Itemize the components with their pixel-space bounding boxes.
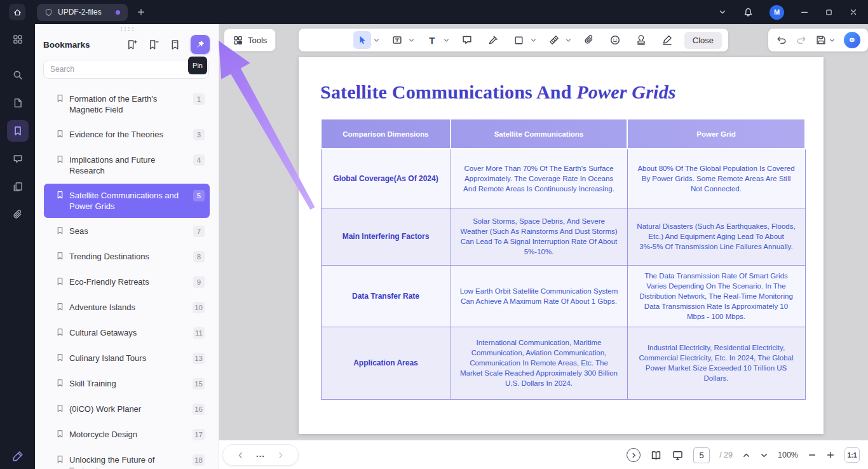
bookmark-item[interactable]: (0iCO) Work Planer 16 xyxy=(44,397,210,421)
remove-bookmark-icon[interactable] xyxy=(147,39,159,51)
pages-panel-button[interactable] xyxy=(7,176,29,198)
bookmark-item[interactable]: Motorcycle Design 17 xyxy=(44,423,210,447)
measure-tool-chevron-icon[interactable] xyxy=(565,37,572,44)
tools-label: Tools xyxy=(248,36,267,45)
text-tool[interactable]: T xyxy=(423,31,441,49)
bookmark-page-number: 11 xyxy=(193,327,205,339)
add-bookmark-icon[interactable] xyxy=(126,39,138,51)
search-sidebar-button[interactable] xyxy=(7,64,29,86)
textbox-tool-chevron-icon[interactable] xyxy=(408,37,415,44)
bookmark-item[interactable]: Eco-Friendly Retreats 9 xyxy=(44,270,210,294)
maximize-icon[interactable] xyxy=(825,8,833,17)
bookmark-label: Seas xyxy=(69,226,88,236)
bookmark-item[interactable]: Culinary Island Tours 13 xyxy=(44,346,210,370)
bell-icon[interactable] xyxy=(743,7,754,18)
chevron-down-icon[interactable] xyxy=(718,8,727,17)
textbox-tool[interactable] xyxy=(388,31,406,49)
bookmark-item[interactable]: Evidence for the Theories 3 xyxy=(44,123,210,147)
bookmark-item[interactable]: Implications and Future Research 4 xyxy=(44,148,210,182)
bookmark-label: Adventure Islands xyxy=(69,302,135,313)
search-input[interactable] xyxy=(50,65,202,74)
annotation-toolbar: T Close xyxy=(299,29,728,51)
pdf-page: Satellite Communications And Power Grids… xyxy=(299,57,824,434)
highlighter-tool[interactable] xyxy=(484,31,502,49)
zoom-level-label[interactable]: 100% xyxy=(778,451,798,459)
stamp-tool[interactable] xyxy=(632,31,650,49)
bookmarks-panel-button[interactable] xyxy=(7,120,29,142)
close-window-icon[interactable] xyxy=(849,8,858,17)
comparison-table: Comparison Dimensions Satellite Communic… xyxy=(320,118,806,400)
table-cell: Industrial Electricity, Residential Elec… xyxy=(627,327,805,399)
bookmark-page-number: 18 xyxy=(193,454,205,466)
shape-tool-chevron-icon[interactable] xyxy=(530,37,537,44)
apps-grid-button[interactable] xyxy=(7,29,29,50)
bookmark-label: (0iCO) Work Planer xyxy=(69,404,141,414)
actual-size-button[interactable]: 1:1 xyxy=(844,447,860,463)
comment-tool[interactable] xyxy=(458,31,476,49)
bookmark-item[interactable]: Skill Training 15 xyxy=(44,372,210,396)
bookmark-item[interactable]: Unlocking the Future of Technology 18 xyxy=(44,448,210,468)
close-toolbar-button[interactable]: Close xyxy=(684,32,722,49)
page-number-input[interactable]: 5 xyxy=(693,447,710,463)
stylus-tool-button[interactable] xyxy=(0,450,35,463)
bookmark-item[interactable]: Cultural Getaways 11 xyxy=(44,321,210,345)
next-page-icon[interactable] xyxy=(276,451,285,459)
minimize-icon[interactable] xyxy=(800,8,809,17)
titlebar-right: M xyxy=(718,5,868,20)
table-cell: International Communication, Maritime Co… xyxy=(451,327,627,399)
select-tool[interactable] xyxy=(353,31,371,49)
document-tab[interactable]: UPDF-2-files xyxy=(37,4,128,21)
zoom-out-icon[interactable] xyxy=(808,451,817,459)
ai-assistant-button[interactable] xyxy=(844,32,860,48)
bookmark-search[interactable] xyxy=(43,60,209,79)
expand-bar-button[interactable] xyxy=(627,448,641,462)
bookmark-page-number: 5 xyxy=(193,190,205,201)
measure-tool[interactable] xyxy=(545,31,563,49)
attachment-tool[interactable] xyxy=(580,31,598,49)
thumbnails-button[interactable] xyxy=(7,92,29,114)
reading-mode-icon[interactable] xyxy=(650,449,662,461)
bookmark-page-number: 9 xyxy=(193,276,205,288)
save-chevron-icon[interactable] xyxy=(829,37,836,44)
sticker-tool[interactable] xyxy=(606,31,624,49)
prev-page-icon[interactable] xyxy=(236,451,245,459)
tools-icon xyxy=(233,35,243,46)
page-up-icon[interactable] xyxy=(742,451,750,459)
presentation-mode-icon[interactable] xyxy=(672,449,684,461)
document-heading-regular: Satellite Communications And xyxy=(320,81,576,102)
bookmark-label: Implications and Future Research xyxy=(69,154,182,176)
tools-button[interactable]: Tools xyxy=(224,29,276,51)
table-cell: About 80% Of The Global Population Is Co… xyxy=(627,149,805,208)
shape-tool[interactable] xyxy=(510,31,528,49)
more-pages-button[interactable]: ... xyxy=(256,449,265,459)
bookmark-item[interactable]: Adventure Islands 10 xyxy=(44,296,210,320)
bookmark-item-selected[interactable]: Satellite Communications and Power Grids… xyxy=(44,184,210,218)
bookmark-item[interactable]: Trending Destinations 8 xyxy=(44,245,210,269)
select-tool-chevron-icon[interactable] xyxy=(373,37,380,44)
panel-drag-handle[interactable] xyxy=(119,27,135,32)
home-button[interactable] xyxy=(9,4,25,20)
pin-panel-button[interactable] xyxy=(191,35,210,54)
save-icon[interactable] xyxy=(815,34,827,46)
table-cell-dimension: Data Transfer Rate xyxy=(321,265,451,327)
comments-panel-button[interactable] xyxy=(7,148,29,170)
redo-icon[interactable] xyxy=(796,34,807,46)
bookmark-list-icon[interactable] xyxy=(169,39,181,51)
bookmark-icon xyxy=(56,353,64,362)
attachments-panel-button[interactable] xyxy=(7,204,29,226)
signature-tool[interactable] xyxy=(658,31,676,49)
zoom-in-icon[interactable] xyxy=(826,451,835,459)
page-nav-pill: ... xyxy=(222,444,299,466)
avatar[interactable]: M xyxy=(770,5,784,20)
bookmarks-panel: Bookmarks Pin Formation of the Earth's M… xyxy=(35,24,219,469)
bookmark-item[interactable]: Seas 7 xyxy=(44,219,210,243)
table-row: Global Coverage(As Of 2024) Cover More T… xyxy=(321,149,805,208)
text-tool-chevron-icon[interactable] xyxy=(443,37,450,44)
main-area: Tools T Close xyxy=(219,24,868,469)
new-tab-button[interactable] xyxy=(137,8,146,17)
bookmark-item[interactable]: Formation of the Earth's Magnetic Field … xyxy=(44,87,210,121)
bookmark-page-number: 1 xyxy=(193,93,205,105)
undo-icon[interactable] xyxy=(776,34,787,46)
page-down-icon[interactable] xyxy=(760,451,768,459)
pin-icon xyxy=(195,39,205,50)
